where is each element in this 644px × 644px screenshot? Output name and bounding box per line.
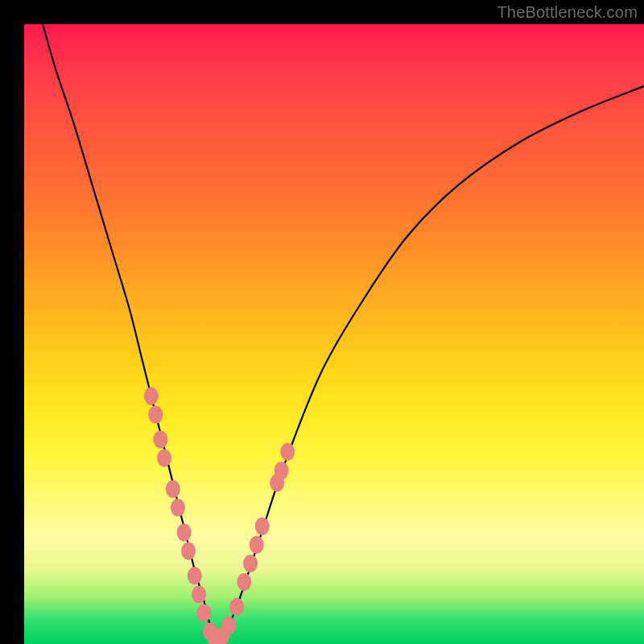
curve-marker [144,387,159,405]
curve-marker [280,443,295,460]
curve-marker [192,585,206,603]
chart-frame: TheBottleneck.com [0,0,644,644]
curve-marker [171,499,185,517]
curve-marker [181,543,196,560]
curve-marker [177,523,192,541]
plot-area [24,24,644,644]
curve-marker [153,431,167,448]
curve-marker [237,573,251,591]
curve-marker [275,461,289,479]
curve-marker [148,406,163,423]
curve-marker [188,567,202,584]
curve-marker [229,598,244,616]
bottleneck-curve [43,24,644,641]
curve-marker [250,536,264,554]
curve-marker [255,518,270,535]
curve-marker [166,481,180,498]
curve-marker [221,617,236,634]
curve-marker [196,605,211,622]
curve-layer [24,24,644,644]
curve-marker [270,474,284,492]
curve-marker [208,630,222,644]
curve-marker [157,449,171,467]
curve-marker [203,623,217,641]
curve-marker [243,555,258,572]
marker-group [144,387,295,644]
curve-marker [215,627,229,644]
watermark-text: TheBottleneck.com [497,3,638,22]
